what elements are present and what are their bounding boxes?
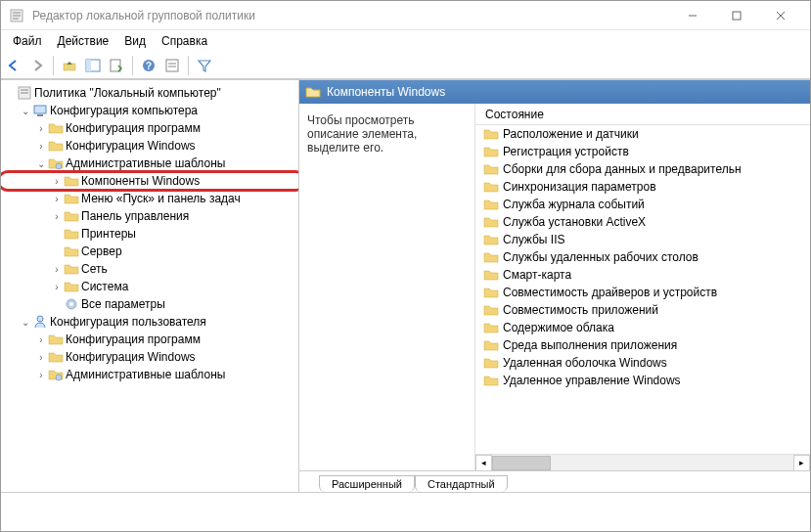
show-hide-tree-button[interactable] — [82, 55, 104, 76]
list-item[interactable]: Удаленное управление Windows — [475, 372, 810, 389]
toolbar-separator — [188, 56, 189, 75]
item-label: Синхронизация параметров — [503, 180, 656, 194]
folder-icon — [483, 197, 499, 212]
tree-label: Сервер — [79, 244, 122, 258]
list-item[interactable]: Регистрация устройств — [475, 143, 810, 160]
folder-icon — [483, 161, 499, 177]
list-item[interactable]: Сборки для сбора данных и предварительн — [475, 160, 810, 178]
item-label: Служба журнала событий — [503, 198, 645, 211]
list-item[interactable]: Служба установки ActiveX — [475, 213, 810, 231]
forward-button[interactable] — [26, 55, 48, 76]
expand-icon[interactable]: › — [50, 194, 64, 204]
tree-control-panel[interactable]: › Панель управления — [3, 207, 296, 225]
expand-icon[interactable]: › — [50, 211, 64, 222]
list-header-state[interactable]: Состояние — [475, 104, 810, 125]
maximize-button[interactable] — [714, 2, 758, 29]
list-item[interactable]: Совместимость драйверов и устройств — [475, 284, 810, 301]
list-item[interactable]: Службы удаленных рабочих столов — [475, 248, 810, 266]
policy-icon — [17, 85, 32, 101]
tree-user-program-config[interactable]: › Конфигурация программ — [3, 331, 296, 348]
list-item[interactable]: Служба журнала событий — [475, 196, 810, 213]
tree-pane[interactable]: Политика "Локальный компьютер" ⌄ Конфигу… — [1, 80, 299, 492]
svg-point-25 — [56, 375, 62, 380]
list-item[interactable]: Среда выполнения приложения — [475, 336, 810, 354]
close-button[interactable] — [758, 2, 802, 29]
scroll-thumb[interactable] — [492, 456, 551, 470]
expand-icon[interactable]: › — [34, 141, 48, 152]
list-item[interactable]: Смарт-карта — [475, 266, 810, 284]
item-label: Службы IIS — [503, 233, 564, 246]
up-button[interactable] — [59, 55, 80, 76]
list-item[interactable]: Расположение и датчики — [475, 125, 810, 143]
tab-standard[interactable]: Стандартный — [415, 475, 508, 492]
expand-icon[interactable]: › — [50, 264, 64, 275]
folder-icon — [48, 349, 64, 365]
expand-icon[interactable]: › — [50, 176, 64, 187]
item-label: Содержимое облака — [503, 321, 614, 334]
collapse-icon[interactable]: ⌄ — [19, 317, 32, 328]
list-item[interactable]: Содержимое облака — [475, 319, 810, 336]
scroll-track[interactable] — [492, 455, 793, 471]
scroll-left-button[interactable]: ◂ — [475, 455, 492, 471]
expand-icon[interactable]: › — [34, 123, 48, 134]
collapse-icon[interactable]: ⌄ — [34, 158, 48, 169]
tree-label: Конфигурация пользователя — [48, 315, 206, 329]
tree-root[interactable]: Политика "Локальный компьютер" — [3, 84, 296, 102]
folder-icon — [48, 120, 64, 136]
export-button[interactable] — [106, 55, 127, 76]
menu-file[interactable]: Файл — [5, 32, 50, 50]
svg-rect-13 — [166, 60, 178, 71]
list-item[interactable]: Синхронизация параметров — [475, 178, 810, 196]
tree-label: Панель управления — [79, 209, 189, 223]
expand-icon[interactable]: › — [34, 352, 48, 363]
tree-user-admin-templates[interactable]: › Административные шаблоны — [3, 366, 296, 383]
item-label: Совместимость приложений — [503, 303, 658, 317]
tree-system[interactable]: › Система — [3, 278, 296, 295]
collapse-icon[interactable]: ⌄ — [19, 106, 32, 116]
tree-user-windows-config[interactable]: › Конфигурация Windows — [3, 348, 296, 366]
tab-extended[interactable]: Расширенный — [319, 475, 415, 492]
list-body[interactable]: Расположение и датчики Регистрация устро… — [475, 125, 810, 454]
back-button[interactable] — [3, 55, 24, 76]
menu-action[interactable]: Действие — [50, 32, 117, 50]
expand-icon[interactable]: › — [34, 334, 48, 345]
tree-server[interactable]: Сервер — [3, 243, 296, 260]
tree-program-config[interactable]: › Конфигурация программ — [3, 119, 296, 137]
titlebar: Редактор локальной групповой политики — [1, 1, 810, 30]
folder-icon — [305, 84, 321, 100]
tree-printers[interactable]: Принтеры — [3, 225, 296, 243]
tree-all-params[interactable]: Все параметры — [3, 295, 296, 313]
list-item[interactable]: Удаленная оболочка Windows — [475, 354, 810, 372]
expand-icon[interactable]: › — [50, 282, 64, 292]
properties-button[interactable] — [161, 55, 183, 76]
tree-user-config[interactable]: ⌄ Конфигурация пользователя — [3, 313, 296, 331]
menu-help[interactable]: Справка — [154, 32, 215, 50]
window-title: Редактор локальной групповой политики — [32, 9, 670, 22]
tree-label: Конфигурация Windows — [64, 350, 196, 364]
tree-start-menu[interactable]: › Меню «Пуск» и панель задач — [3, 190, 296, 207]
list-item[interactable]: Совместимость приложений — [475, 301, 810, 319]
filter-button[interactable] — [194, 55, 215, 76]
list-item[interactable]: Службы IIS — [475, 231, 810, 248]
menu-view[interactable]: Вид — [116, 32, 154, 50]
expand-icon[interactable]: › — [34, 370, 48, 380]
svg-rect-5 — [733, 12, 741, 20]
scroll-right-button[interactable]: ▸ — [793, 455, 810, 471]
folder-icon — [483, 232, 499, 247]
tree-label: Принтеры — [79, 227, 136, 241]
content-header: Компоненты Windows — [299, 80, 810, 104]
tree-computer-config[interactable]: ⌄ Конфигурация компьютера — [3, 102, 296, 119]
minimize-button[interactable] — [670, 2, 714, 29]
tree-admin-templates[interactable]: ⌄ Административные шаблоны — [3, 155, 296, 172]
folder-icon — [483, 302, 499, 318]
tree-network[interactable]: › Сеть — [3, 260, 296, 278]
tree-label: Конфигурация программ — [64, 332, 201, 346]
item-label: Удаленное управление Windows — [503, 374, 681, 387]
tree-windows-config[interactable]: › Конфигурация Windows — [3, 137, 296, 155]
svg-rect-9 — [86, 60, 91, 71]
help-button[interactable]: ? — [138, 55, 159, 76]
horizontal-scrollbar[interactable]: ◂ ▸ — [475, 454, 810, 470]
folder-icon — [64, 279, 79, 294]
tree-windows-components[interactable]: › Компоненты Windows — [3, 172, 296, 190]
folder-icon — [483, 249, 499, 265]
